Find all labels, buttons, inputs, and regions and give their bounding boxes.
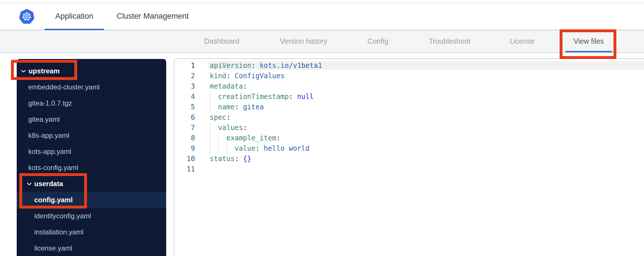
tree-file-gitea-1-0-7-tgz[interactable]: gitea-1.0.7.tgz (17, 95, 166, 111)
tab-cluster-management-label: Cluster Management (117, 12, 189, 21)
code-line: 5name: gitea (174, 102, 644, 112)
line-number: 3 (174, 81, 195, 91)
line-number: 2 (174, 71, 195, 81)
line-number: 1 (174, 60, 195, 71)
tab-dashboard-label: Dashboard (204, 37, 239, 45)
code-line: 9value: hello world (174, 143, 644, 154)
line-number: 5 (174, 102, 195, 112)
tree-folder-upstream[interactable]: upstream (17, 63, 166, 79)
indent-guide (210, 133, 218, 143)
code-text: metadata: (210, 81, 247, 91)
tab-license-label: License (510, 37, 535, 45)
code-line: 3metadata: (174, 81, 644, 91)
line-number: 4 (174, 91, 195, 102)
active-subtab-underline (565, 51, 612, 52)
indent-guide (226, 143, 235, 154)
code-text: value: hello world (210, 143, 310, 154)
code-line: 11 (174, 164, 644, 174)
indent-guide (210, 91, 218, 102)
code-text: status: {} (210, 154, 251, 164)
tab-cluster-management[interactable]: Cluster Management (117, 3, 189, 30)
tree-file-gitea-yaml[interactable]: gitea.yaml (17, 111, 166, 127)
file-label: config.yaml (34, 196, 73, 204)
code-line: 2kind: ConfigValues (174, 71, 644, 81)
code-text: spec: (210, 112, 230, 123)
indent-guide (210, 123, 218, 133)
tab-version-history-label: Version history (280, 37, 327, 45)
subnav: Dashboard Version history Config Trouble… (0, 30, 644, 53)
tree-file-kots-config-yaml[interactable]: kots-config.yaml (17, 160, 166, 176)
tab-dashboard[interactable]: Dashboard (204, 30, 239, 52)
tab-view-files[interactable]: View files (573, 30, 604, 52)
tab-version-history[interactable]: Version history (280, 30, 327, 52)
indent-guide (210, 143, 218, 154)
tab-config-label: Config (368, 37, 388, 45)
code-text: values: (210, 123, 247, 133)
code-text: creationTimestamp: null (210, 91, 314, 102)
file-label: gitea-1.0.7.tgz (28, 99, 72, 107)
code-text: example_item: (210, 133, 281, 143)
file-label: kots-app.yaml (28, 148, 71, 156)
code-line: 7values: (174, 123, 644, 133)
tree-file-config-yaml[interactable]: config.yaml (17, 192, 166, 208)
tree-file-identityconfig-yaml[interactable]: identityconfig.yaml (17, 208, 166, 224)
tree-file-kots-app-yaml[interactable]: kots-app.yaml (17, 144, 166, 160)
folder-label: upstream (29, 67, 60, 75)
code-text: apiVersion: kots.io/v1beta1 (210, 60, 322, 71)
kubernetes-logo (19, 9, 35, 24)
code-line: 1apiVersion: kots.io/v1beta1 (174, 60, 644, 71)
code-line: 10status: {} (174, 154, 644, 164)
line-number: 9 (174, 143, 195, 154)
file-editor[interactable]: 1apiVersion: kots.io/v1beta12kind: Confi… (174, 58, 644, 256)
file-label: identityconfig.yaml (34, 212, 91, 220)
tree-file-installation-yaml[interactable]: installation.yaml (17, 224, 166, 240)
indent-guide (210, 102, 218, 112)
chevron-down-icon (21, 70, 26, 73)
tree-file-license-yaml[interactable]: license.yaml (17, 240, 166, 256)
line-number: 11 (174, 164, 195, 174)
app-header: Application Cluster Management (0, 3, 644, 30)
file-label: k8s-app.yaml (28, 131, 69, 140)
tab-view-files-label: View files (573, 37, 604, 45)
file-label: license.yaml (34, 244, 72, 252)
line-number: 7 (174, 123, 195, 133)
file-label: installation.yaml (34, 228, 84, 236)
tab-application-label: Application (55, 12, 93, 21)
chevron-down-icon (27, 182, 32, 186)
code-text: name: gitea (210, 102, 264, 112)
tab-license[interactable]: License (510, 30, 535, 52)
file-label: kots-config.yaml (28, 164, 78, 172)
tab-application[interactable]: Application (55, 3, 93, 30)
tab-troubleshoot[interactable]: Troubleshoot (429, 30, 471, 52)
tree-folder-userdata[interactable]: userdata (17, 176, 166, 192)
folder-label: userdata (34, 180, 63, 188)
code-line: 8example_item: (174, 133, 644, 143)
file-label: gitea.yaml (28, 115, 60, 123)
file-label: embedded-cluster.yaml (28, 83, 100, 91)
file-tree[interactable]: upstreamembedded-cluster.yamlgitea-1.0.7… (17, 59, 166, 256)
tree-file-k8s-app-yaml[interactable]: k8s-app.yaml (17, 127, 166, 144)
code-line: 4creationTimestamp: null (174, 91, 644, 102)
line-number: 10 (174, 154, 195, 164)
indent-guide (218, 143, 226, 154)
tab-troubleshoot-label: Troubleshoot (429, 37, 471, 45)
line-number: 8 (174, 133, 195, 143)
code-line: 6spec: (174, 112, 644, 123)
line-number: 6 (174, 112, 195, 123)
indent-guide (218, 133, 226, 143)
tab-config[interactable]: Config (368, 30, 388, 52)
tree-file-embedded-cluster-yaml[interactable]: embedded-cluster.yaml (17, 79, 166, 95)
code-text: kind: ConfigValues (210, 71, 285, 81)
